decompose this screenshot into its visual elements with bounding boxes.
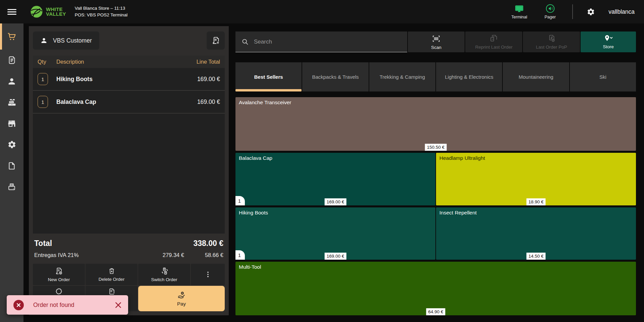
product-name: Balaclava Cap	[239, 155, 272, 161]
receipt-check-icon	[547, 34, 556, 43]
sidebar-item-documents[interactable]	[0, 155, 23, 176]
delete-order-label: Delete Order	[99, 277, 124, 282]
sidebar-item-fiscal-printer[interactable]	[0, 176, 23, 197]
receipt-plus-icon	[55, 267, 63, 275]
product-price: 14.50 €	[526, 253, 545, 260]
order-lines-list: Qty Description Line Total 1 Hiking Boot…	[33, 56, 225, 234]
customer-button[interactable]: VBS Customer	[33, 31, 99, 50]
product-tile-balaclava-cap[interactable]: Balaclava Cap 1 169.00 €	[235, 153, 435, 205]
new-order-button[interactable]: New Order	[33, 264, 85, 285]
total-amount: 338.00 €	[193, 239, 223, 248]
sidebar-item-shop[interactable]	[0, 113, 23, 134]
line-total: 169.00 €	[197, 76, 220, 83]
tab-best-sellers[interactable]: Best Sellers	[235, 62, 302, 91]
scan-label: Scan	[431, 45, 441, 50]
error-toast: Order not found	[7, 295, 128, 315]
reprint-last-order-button[interactable]: Reprint Last Order	[465, 31, 522, 52]
product-qty-badge: 1	[235, 196, 245, 205]
menu-hamburger-button[interactable]	[0, 0, 23, 23]
tab-trekking-camping[interactable]: Trekking & Camping	[369, 62, 435, 91]
switch-order-label: Switch Order	[151, 277, 177, 282]
category-tabs: Best Sellers Backpacks & Travels Trekkin…	[235, 62, 636, 91]
barcode-icon	[432, 34, 441, 43]
product-name: Multi-Tool	[239, 264, 261, 270]
customers-icon	[7, 77, 16, 86]
pay-button[interactable]: Pay	[138, 286, 225, 311]
order-line-row[interactable]: 1 Balaclava Cap 169.00 €	[33, 91, 225, 114]
product-price: 150.50 €	[425, 144, 447, 151]
pager-button[interactable]: Pager	[535, 4, 566, 19]
product-name: Headlamp Ultralight	[439, 155, 485, 161]
gear-icon	[587, 8, 595, 16]
sidebar	[0, 23, 23, 322]
product-price: 169.00 €	[325, 253, 346, 260]
sidebar-item-settings[interactable]	[0, 134, 23, 155]
store-label: Store	[603, 44, 613, 49]
brand-name: WHITE VALLEY	[46, 7, 66, 16]
tab-mountaineering[interactable]: Mountaineering	[503, 62, 569, 91]
session-info: Vall Blanca Store – 11:13 POS: VBS POS2 …	[75, 5, 127, 18]
catalog-controls: Scan Reprint Last Order Last Order PoP S…	[235, 31, 636, 52]
settings-gear-icon	[7, 140, 16, 149]
product-tile-insect-repellent[interactable]: Insect Repellent 14.50 €	[436, 207, 636, 260]
line-description: Balaclava Cap	[56, 99, 197, 106]
tab-ski[interactable]: Ski	[570, 62, 636, 91]
col-description: Description	[56, 59, 197, 65]
cash-register-icon	[7, 98, 17, 107]
username[interactable]: vallblanca	[608, 8, 635, 15]
error-circle-icon	[13, 300, 24, 310]
store-selector-button[interactable]: Store	[581, 31, 636, 52]
tax-amount: 58.66 €	[184, 252, 223, 258]
product-price: 18.90 €	[526, 198, 545, 205]
col-line-total: Line Total	[197, 59, 220, 65]
order-line-row[interactable]: 1 Hiking Boots 169.00 €	[33, 68, 225, 91]
more-actions-button[interactable]	[191, 264, 225, 285]
sidebar-item-customers[interactable]	[0, 71, 23, 92]
product-tile-hiking-boots[interactable]: Hiking Boots 1 169.00 €	[235, 207, 435, 260]
terminal-button[interactable]: Terminal	[504, 4, 535, 19]
product-tile-headlamp-ultralight[interactable]: Headlamp Ultralight 18.90 €	[436, 153, 636, 205]
receipt-reprint-icon	[489, 34, 498, 43]
location-pin-chevron-icon	[603, 35, 614, 43]
topbar: WHITE VALLEY Vall Blanca Store – 11:13 P…	[0, 0, 644, 23]
receipt-plain-icon	[107, 287, 116, 296]
topbar-divider	[572, 4, 573, 19]
new-order-label: New Order	[48, 277, 70, 282]
last-order-pop-button[interactable]: Last Order PoP	[523, 31, 580, 52]
switch-arrows-icon	[160, 267, 168, 275]
search-icon	[241, 38, 249, 45]
orders-receipt-icon	[7, 56, 16, 65]
shop-icon	[7, 119, 16, 128]
product-name: Hiking Boots	[239, 210, 268, 215]
order-totals: Total 338.00 € Entregas IVA 21% 279.34 €…	[33, 234, 225, 262]
delete-order-button[interactable]: Delete Order	[86, 264, 138, 285]
document-icon	[7, 162, 16, 170]
order-options-button[interactable]	[207, 31, 225, 50]
kebab-menu-icon	[204, 271, 212, 278]
reprint-last-order-label: Reprint Last Order	[475, 45, 513, 50]
toast-close-button[interactable]	[115, 302, 121, 308]
tab-backpacks-travels[interactable]: Backpacks & Travels	[302, 62, 368, 91]
line-qty-badge: 1	[38, 73, 48, 85]
fiscal-printer-icon	[7, 182, 16, 192]
pos-terminal-name: POS: VBS POS2 Terminal	[75, 12, 127, 18]
product-tile-avalanche-transceiver[interactable]: Avalanche Transceiver 150.50 €	[235, 97, 636, 151]
scan-button[interactable]: Scan	[408, 31, 465, 52]
total-label: Total	[34, 239, 52, 248]
sidebar-item-cash-register[interactable]	[0, 92, 23, 113]
hand-coin-icon	[177, 291, 186, 300]
trash-x-icon	[108, 267, 116, 275]
tab-lighting-electronics[interactable]: Lighting & Electronics	[436, 62, 502, 91]
search-input[interactable]	[254, 39, 401, 45]
pay-label: Pay	[177, 301, 186, 307]
sidebar-item-orders[interactable]	[0, 50, 23, 71]
topbar-settings-button[interactable]	[582, 8, 600, 16]
tax-label: Entregas IVA 21%	[34, 252, 127, 258]
hamburger-icon	[7, 8, 16, 16]
last-order-pop-label: Last Order PoP	[536, 45, 567, 50]
sidebar-item-register[interactable]	[0, 23, 23, 50]
pager-label: Pager	[544, 15, 555, 19]
product-tile-multi-tool[interactable]: Multi-Tool 64.90 €	[235, 262, 636, 315]
search-box[interactable]	[235, 31, 407, 52]
switch-order-button[interactable]: Switch Order	[138, 264, 190, 285]
